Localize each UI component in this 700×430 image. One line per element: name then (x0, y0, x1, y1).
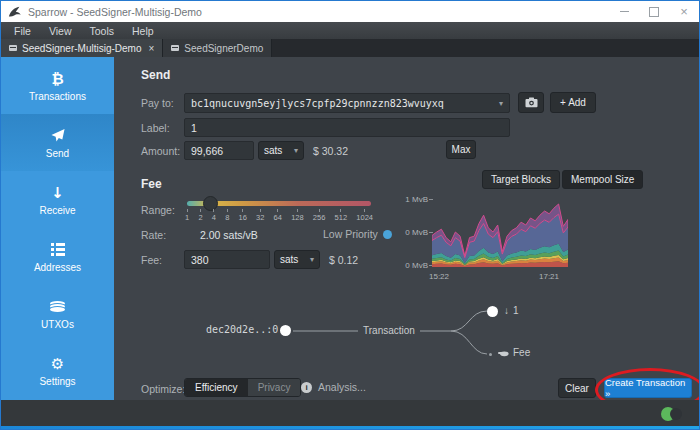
tab-seedsigner-multisig-demo[interactable]: SeedSigner-Multisig-Demo × (1, 39, 163, 57)
fee-fiat: $ 0.12 (329, 254, 358, 266)
status-bar (1, 400, 699, 428)
scan-qr-button[interactable] (518, 92, 544, 113)
menu-tools[interactable]: Tools (81, 25, 124, 37)
sidebar-item-utxos[interactable]: UTXOs (1, 285, 114, 342)
priority-indicator: Low Priority (323, 228, 392, 240)
maximize-button[interactable] (639, 1, 669, 22)
max-button[interactable]: Max (446, 140, 476, 159)
paper-plane-icon (50, 127, 66, 145)
amount-input[interactable]: 99,666 (184, 141, 254, 160)
amount-value: 99,666 (191, 145, 223, 157)
maximize-icon (649, 7, 659, 17)
sidebar-item-settings[interactable]: ⚙ Settings (1, 342, 114, 399)
diagram-output-1[interactable]: ↓ 1 (504, 305, 519, 316)
fee-slider-tick-label: 8 (225, 209, 229, 222)
create-transaction-button[interactable]: Create Transaction » (604, 378, 692, 398)
sidebar-item-send[interactable]: Send (1, 114, 114, 171)
chevron-down-icon: ▾ (294, 146, 298, 155)
fee-slider-tick-label: 4 (212, 209, 216, 222)
gauge-dot-icon (383, 230, 392, 239)
minimize-button[interactable] (609, 1, 639, 22)
gear-icon: ⚙ (51, 355, 64, 373)
minimize-icon (620, 11, 629, 12)
pay-to-combobox[interactable]: bc1qnucuvgn5eyjlycs7cpfp29cpnnzzn823wvuy… (184, 93, 510, 113)
optimize-segmented: Efficiency Privacy (184, 378, 301, 397)
fee-heading: Fee (141, 177, 162, 191)
sidebar: ₿ Transactions Send ↓ Receive Addresses (1, 57, 114, 400)
y-tick-0mvb-bottom: 0 MvB (404, 261, 428, 270)
fee-slider-tick-label: 64 (274, 209, 282, 222)
window-border-bottom (1, 426, 699, 429)
amount-unit-dropdown[interactable]: sats ▾ (258, 141, 304, 160)
fee-slider-tick-label: 1024 (356, 209, 373, 222)
amount-fiat: $ 30.32 (313, 145, 348, 157)
amount-label: Amount: (141, 145, 180, 157)
target-blocks-button[interactable]: Target Blocks (482, 170, 560, 189)
fee-slider-tick-label: 1 (185, 209, 189, 222)
diagram-output-node[interactable] (487, 306, 498, 317)
label-label: Label: (141, 122, 170, 134)
pay-to-label: Pay to: (141, 97, 174, 109)
diagram-fee-output[interactable]: Fee (498, 347, 530, 358)
diagram-input-txid[interactable]: dec20d2e..:0 (206, 324, 278, 335)
hand-icon (498, 349, 509, 357)
sidebar-item-label: UTXOs (41, 319, 74, 330)
amount-unit-value: sats (264, 145, 282, 156)
clear-button[interactable]: Clear (558, 378, 596, 398)
title-bar: Sparrow - SeedSigner-Multisig-Demo × (1, 1, 699, 22)
list-icon (51, 241, 65, 259)
fee-unit-dropdown[interactable]: sats ▾ (274, 250, 320, 269)
tab-close-icon[interactable]: × (149, 43, 155, 54)
window-title: Sparrow - SeedSigner-Multisig-Demo (28, 6, 202, 18)
wallet-icon (9, 45, 17, 51)
diagram-fee-node (489, 353, 492, 356)
rate-label: Rate: (141, 229, 166, 241)
chevron-down-icon[interactable]: ▾ (499, 99, 503, 108)
sidebar-item-label: Transactions (29, 91, 86, 102)
coins-icon (50, 298, 65, 316)
down-arrow-icon: ↓ (504, 305, 509, 316)
x-tick-end: 17:21 (539, 272, 559, 281)
sidebar-item-receive[interactable]: ↓ Receive (1, 171, 114, 228)
label-input[interactable]: 1 (184, 118, 510, 137)
info-icon[interactable]: i (301, 382, 312, 393)
fee-chart-toggle: Target Blocks Mempool Size (482, 170, 643, 189)
menu-view[interactable]: View (40, 25, 81, 37)
add-recipient-button[interactable]: + Add (550, 92, 596, 113)
down-arrow-icon: ↓ (51, 184, 64, 202)
fee-input[interactable]: 380 (184, 250, 270, 269)
wallet-icon (171, 45, 179, 51)
sidebar-item-label: Settings (39, 376, 75, 387)
efficiency-button[interactable]: Efficiency (185, 379, 248, 396)
mempool-size-button[interactable]: Mempool Size (562, 170, 643, 189)
mempool-size-chart (432, 197, 568, 267)
tab-label: SeedSignerDemo (184, 43, 263, 54)
diagram-input-node[interactable] (280, 325, 291, 336)
menu-bar: File View Tools Help (1, 22, 699, 39)
tab-seedsignerdemo[interactable]: SeedSignerDemo (163, 39, 272, 57)
network-status-icon[interactable] (661, 406, 685, 421)
fee-slider-tick-label: 128 (291, 209, 304, 222)
fee-slider-tick-label: 2 (198, 209, 202, 222)
fee-slider-tick-label: 16 (239, 209, 247, 222)
analysis-row: i Analysis... (301, 381, 366, 393)
sidebar-item-transactions[interactable]: ₿ Transactions (1, 57, 114, 114)
close-button[interactable]: × (669, 1, 699, 22)
chevron-down-icon: ▾ (310, 255, 314, 264)
menu-file[interactable]: File (5, 25, 40, 37)
privacy-button[interactable]: Privacy (248, 379, 301, 396)
sidebar-item-addresses[interactable]: Addresses (1, 228, 114, 285)
fee-slider-ticks: 12481632641282565121024 (185, 209, 373, 222)
y-tick-1mvb: 1 MvB (404, 195, 428, 204)
tab-label: SeedSigner-Multisig-Demo (22, 43, 142, 54)
sidebar-item-label: Send (46, 148, 69, 159)
menu-help[interactable]: Help (123, 25, 163, 37)
fee-output-label: Fee (513, 347, 530, 358)
sparrow-window: Sparrow - SeedSigner-Multisig-Demo × Fil… (0, 0, 700, 430)
rate-value: 2.00 sats/vB (200, 229, 258, 241)
priority-label: Low Priority (323, 228, 378, 240)
y-tick-0mvb-mid: 0 MvB (404, 228, 428, 237)
analysis-label[interactable]: Analysis... (318, 381, 366, 393)
fee-value: 380 (191, 254, 209, 266)
window-controls: × (609, 1, 699, 22)
